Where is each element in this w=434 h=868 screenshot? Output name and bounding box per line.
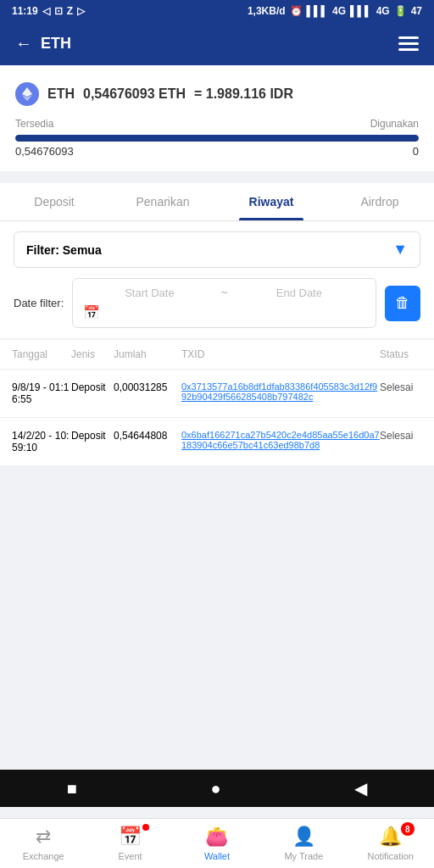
- available-label: Tersedia: [15, 118, 53, 130]
- play-icon: ▷: [77, 5, 85, 17]
- signal-icon: ▌▌▌: [307, 5, 329, 17]
- progress-bar: [15, 135, 419, 142]
- row1-status: Selesai: [380, 381, 422, 393]
- col-amount: Jumlah: [114, 348, 181, 360]
- notif-icon: ⊡: [54, 5, 63, 17]
- event-dot: [142, 824, 149, 831]
- used-value: 0: [413, 145, 419, 158]
- circle-button[interactable]: ●: [210, 779, 220, 798]
- balance-idr: = 1.989.116 IDR: [194, 86, 293, 102]
- end-date-placeholder: End Date: [233, 287, 365, 299]
- col-status: Status: [380, 348, 422, 360]
- nav-event[interactable]: 📅 Event: [97, 826, 164, 861]
- nav-notification[interactable]: 8 🔔 Notification: [357, 826, 425, 861]
- nav-event-label: Event: [119, 851, 142, 861]
- row1-amount: 0,00031285: [114, 381, 181, 393]
- time: 11:19: [12, 5, 38, 17]
- progress-fill: [15, 135, 419, 142]
- date-filter-label: Date filter:: [14, 297, 64, 309]
- row2-txid[interactable]: 0x6baf166271ca27b5420c2e4d85aa55e16d0a71…: [181, 430, 380, 450]
- calendar-icon: 📅: [83, 304, 365, 320]
- location-icon: ◁: [42, 5, 50, 17]
- balance-values: 0,54676093 0: [15, 145, 419, 158]
- mytrade-icon: 👤: [292, 826, 315, 848]
- exchange-icon: ⇄: [36, 826, 51, 848]
- nav-mytrade-label: My Trade: [284, 851, 323, 861]
- back-button[interactable]: ←: [15, 34, 32, 53]
- svg-marker-0: [22, 87, 32, 97]
- start-date-placeholder: Start Date: [83, 287, 215, 299]
- menu-line-1: [398, 36, 419, 39]
- filter-dropdown[interactable]: Filter: Semua ▼: [14, 231, 420, 268]
- battery-icon: 🔋: [394, 5, 407, 17]
- nav-wallet[interactable]: 👛 Wallet: [183, 826, 251, 861]
- used-label: Digunakan: [370, 118, 419, 130]
- network2-label: 4G: [376, 5, 390, 17]
- row1-txid[interactable]: 0x3713577a16b8df1dfab83386f405583c3d12f9…: [181, 381, 380, 402]
- nav-mytrade[interactable]: 👤 My Trade: [270, 826, 337, 861]
- table-row: 9/8/19 - 01:16:55 Deposit 0,00031285 0x3…: [0, 370, 434, 418]
- date-input-area[interactable]: Start Date ~ End Date 📅: [72, 278, 376, 328]
- trash-icon: 🗑: [395, 294, 410, 312]
- wallet-icon: 👛: [205, 826, 228, 848]
- nav-exchange-label: Exchange: [23, 851, 64, 861]
- clear-date-button[interactable]: 🗑: [385, 286, 420, 321]
- balance-amount: 0,54676093 ETH: [83, 86, 186, 102]
- table-row: 14/2/20 - 10:59:10 Deposit 0,54644808 0x…: [0, 418, 434, 465]
- signal2-icon: ▌▌▌: [350, 5, 372, 17]
- filter-section: Filter: Semua ▼ Date filter: Start Date …: [0, 221, 434, 338]
- status-right: 1,3KB/d ⏰ ▌▌▌ 4G ▌▌▌ 4G 🔋 47: [248, 5, 422, 17]
- balance-title: ETH 0,54676093 ETH = 1.989.116 IDR: [15, 82, 419, 106]
- system-nav: ■ ● ◀: [0, 770, 434, 807]
- menu-button[interactable]: [398, 36, 419, 51]
- date-separator: ~: [221, 286, 228, 299]
- balance-labels: Tersedia Digunakan: [15, 118, 419, 130]
- network-label: 4G: [332, 5, 346, 17]
- menu-line-3: [398, 48, 419, 51]
- header: ← ETH: [0, 22, 434, 65]
- row2-type: Deposit: [71, 430, 114, 442]
- back-button-system[interactable]: ◀: [354, 778, 367, 798]
- tab-airdrop[interactable]: Airdrop: [326, 183, 434, 220]
- spacer: [0, 465, 434, 584]
- transaction-table: Tanggal Jenis Jumlah TXID Status 9/8/19 …: [0, 340, 434, 465]
- row1-type: Deposit: [71, 381, 114, 393]
- available-value: 0,54676093: [15, 145, 74, 158]
- status-bar: 11:19 ◁ ⊡ Z ▷ 1,3KB/d ⏰ ▌▌▌ 4G ▌▌▌ 4G 🔋 …: [0, 0, 434, 22]
- notification-icon: 🔔: [379, 826, 402, 848]
- nav-wallet-label: Wallet: [204, 851, 230, 861]
- balance-section: ETH 0,54676093 ETH = 1.989.116 IDR Terse…: [0, 65, 434, 171]
- date-inputs-top: Start Date ~ End Date: [83, 286, 365, 299]
- col-date: Tanggal: [12, 348, 71, 360]
- status-left: 11:19 ◁ ⊡ Z ▷: [12, 5, 85, 17]
- nav-exchange[interactable]: ⇄ Exchange: [9, 826, 77, 861]
- row1-date: 9/8/19 - 01:16:55: [12, 381, 71, 405]
- menu-line-2: [398, 42, 419, 45]
- row2-status: Selesai: [380, 430, 422, 442]
- eth-icon: [15, 82, 39, 106]
- balance-symbol: ETH: [47, 86, 75, 102]
- page-title: ETH: [41, 35, 71, 53]
- bottom-nav: ⇄ Exchange 📅 Event 👛 Wallet 👤 My Trade 8…: [0, 818, 434, 868]
- notification-badge: 8: [401, 822, 415, 836]
- row2-amount: 0,54644808: [114, 430, 181, 442]
- nav-notification-label: Notification: [368, 851, 414, 861]
- col-txid: TXID: [181, 348, 380, 360]
- header-left: ← ETH: [15, 34, 71, 53]
- event-icon: 📅: [119, 826, 142, 848]
- tab-penarikan[interactable]: Penarikan: [108, 183, 217, 220]
- col-type: Jenis: [71, 348, 114, 360]
- clock-icon: ⏰: [290, 5, 303, 17]
- z-icon: Z: [67, 5, 73, 17]
- square-button[interactable]: ■: [67, 779, 77, 798]
- filter-arrow-icon: ▼: [392, 241, 408, 259]
- table-header: Tanggal Jenis Jumlah TXID Status: [0, 340, 434, 370]
- tab-riwayat[interactable]: Riwayat: [217, 183, 326, 220]
- date-filter-row: Date filter: Start Date ~ End Date 📅 🗑: [14, 278, 420, 328]
- tabs: Deposit Penarikan Riwayat Airdrop: [0, 183, 434, 221]
- battery-level: 47: [411, 5, 422, 17]
- speed: 1,3KB/d: [248, 5, 286, 17]
- filter-label: Filter: Semua: [26, 243, 102, 257]
- tab-deposit[interactable]: Deposit: [0, 183, 108, 220]
- row2-date: 14/2/20 - 10:59:10: [12, 430, 71, 453]
